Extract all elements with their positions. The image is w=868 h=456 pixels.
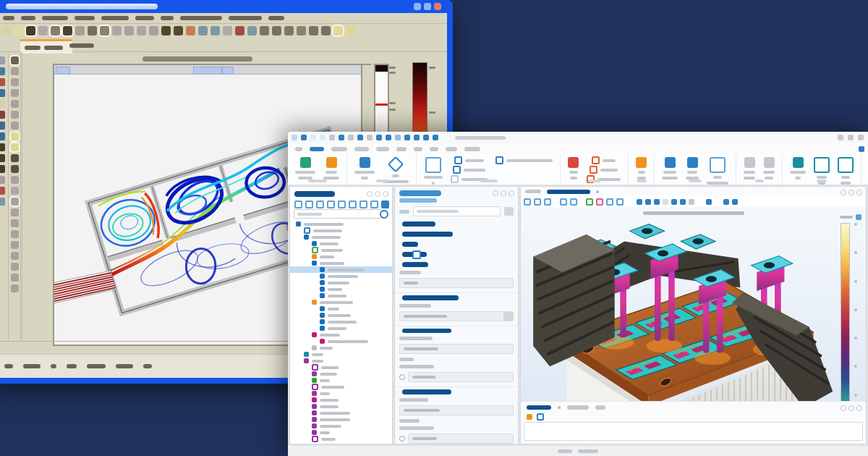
toolbar-icon[interactable] xyxy=(235,26,244,35)
quick-access-icon[interactable] xyxy=(320,135,326,140)
legacy-doc-tab[interactable] xyxy=(69,43,94,48)
ribbon-tab[interactable] xyxy=(331,147,347,151)
ribbon-button-icon[interactable] xyxy=(838,157,854,173)
tree-toolbar-icon[interactable] xyxy=(359,200,367,208)
radio-icon[interactable] xyxy=(399,374,405,380)
tree-node[interactable] xyxy=(290,266,392,273)
graphics-toolbar-icon[interactable] xyxy=(570,198,577,206)
tree-toolbar-icon[interactable] xyxy=(294,200,302,208)
tree-node[interactable] xyxy=(290,221,392,227)
toolbar-icon[interactable] xyxy=(0,111,5,119)
plot-corner-icon[interactable] xyxy=(856,214,861,220)
quick-access-icon[interactable] xyxy=(367,135,373,140)
section-header[interactable] xyxy=(402,389,451,394)
tree-node[interactable] xyxy=(290,416,392,423)
quick-access-icon[interactable] xyxy=(339,135,344,140)
quick-access-icon[interactable] xyxy=(404,135,410,140)
graphics-toolbar-icon[interactable] xyxy=(596,198,603,206)
toolbar-icon[interactable] xyxy=(11,143,19,151)
toolbar-icon[interactable] xyxy=(210,26,220,35)
tree-node[interactable] xyxy=(290,286,392,292)
toolbar-icon[interactable] xyxy=(11,56,19,64)
graphics-toolbar-icon[interactable] xyxy=(645,199,651,205)
panel-menu-icons[interactable] xyxy=(367,191,388,197)
tree-node[interactable] xyxy=(290,279,392,286)
radio-icon[interactable] xyxy=(399,436,405,442)
tree-toolbar-icon[interactable] xyxy=(327,200,335,208)
toolbar-icon[interactable] xyxy=(149,26,158,35)
toolbar-icon[interactable] xyxy=(11,154,19,162)
graphics-toolbar-icon[interactable] xyxy=(689,199,694,205)
toolbar-icon[interactable] xyxy=(161,26,171,35)
toolbar-icon[interactable] xyxy=(297,26,306,35)
tree-toolbar-icon[interactable] xyxy=(305,200,313,208)
tree-node[interactable] xyxy=(290,240,392,247)
toolbar-icon[interactable] xyxy=(11,78,19,86)
ribbon-tab[interactable] xyxy=(295,147,302,151)
graphics-toolbar-icon[interactable] xyxy=(524,198,531,206)
ribbon-button-icon[interactable] xyxy=(665,157,676,168)
filter-gear-icon[interactable] xyxy=(380,210,388,219)
legacy-maximize-button[interactable] xyxy=(424,3,431,10)
quick-access-icon[interactable] xyxy=(310,135,316,140)
toolbar-icon[interactable] xyxy=(11,208,19,216)
messages-log-area[interactable] xyxy=(524,422,863,441)
section-header[interactable] xyxy=(402,221,435,227)
tree-node[interactable] xyxy=(290,410,392,416)
graphics-toolbar-icon[interactable] xyxy=(663,199,668,205)
graphics-toolbar-icon[interactable] xyxy=(544,198,551,206)
menu-item[interactable] xyxy=(180,16,222,20)
toolbar-icon[interactable] xyxy=(0,56,5,64)
toolbar-icon[interactable] xyxy=(272,26,281,35)
checkbox-icon[interactable] xyxy=(590,166,597,174)
graphics-tab-active[interactable] xyxy=(547,190,590,194)
ribbon-checkbox-row[interactable] xyxy=(590,166,618,173)
toolbar-icon[interactable] xyxy=(11,67,19,75)
tree-node[interactable] xyxy=(290,345,392,351)
legacy-scrollbar-handle[interactable] xyxy=(142,56,252,62)
toolbar-icon[interactable] xyxy=(0,78,5,86)
checkbox-icon[interactable] xyxy=(451,175,459,183)
checkbox-icon[interactable] xyxy=(592,156,600,164)
quick-access-icon[interactable] xyxy=(386,135,391,140)
tree-node[interactable] xyxy=(290,377,392,384)
graphics-toolbar-icon[interactable] xyxy=(637,199,642,205)
graphics-toolbar-icon[interactable] xyxy=(560,198,567,206)
graphics-tab[interactable] xyxy=(525,190,541,193)
section-checkbox[interactable] xyxy=(412,250,421,259)
toolbar-icon[interactable] xyxy=(346,26,355,35)
quick-access-icon[interactable] xyxy=(292,135,297,140)
menu-item[interactable] xyxy=(21,16,35,20)
section-header[interactable] xyxy=(402,242,418,247)
menu-item[interactable] xyxy=(135,16,154,20)
ribbon-checkbox-row[interactable] xyxy=(454,157,484,164)
toolbar-icon[interactable] xyxy=(38,26,48,35)
tree-node[interactable] xyxy=(290,423,392,429)
tree-node[interactable] xyxy=(290,305,392,312)
toolbar-icon[interactable] xyxy=(309,26,318,35)
messages-toolbar-icon[interactable] xyxy=(537,413,544,421)
toolbar-icon[interactable] xyxy=(11,176,19,184)
tree-node[interactable] xyxy=(290,403,392,410)
toolbar-icon[interactable] xyxy=(0,187,5,195)
tree-node[interactable] xyxy=(290,371,392,377)
setting-input[interactable] xyxy=(408,434,514,444)
tree-node[interactable] xyxy=(290,384,392,390)
menu-item[interactable] xyxy=(268,16,284,20)
section-header[interactable] xyxy=(402,329,451,334)
quick-access-icon[interactable] xyxy=(357,135,363,140)
menu-item[interactable] xyxy=(101,16,129,20)
menu-item[interactable] xyxy=(3,16,14,20)
section-header[interactable] xyxy=(402,295,459,300)
toolbar-icon[interactable] xyxy=(0,89,5,97)
tree-toolbar-icon[interactable] xyxy=(381,200,389,208)
toolbar-icon[interactable] xyxy=(11,284,19,292)
toolbar-icon[interactable] xyxy=(0,143,5,151)
toolbar-icon[interactable] xyxy=(100,26,109,35)
toolbar-icon[interactable] xyxy=(88,26,97,35)
quick-access-icon[interactable] xyxy=(414,135,420,140)
toolbar-icon[interactable] xyxy=(14,26,23,35)
menu-item[interactable] xyxy=(229,16,262,20)
quick-access-icon[interactable] xyxy=(395,135,401,140)
graphics-toolbar-icon[interactable] xyxy=(606,198,613,206)
